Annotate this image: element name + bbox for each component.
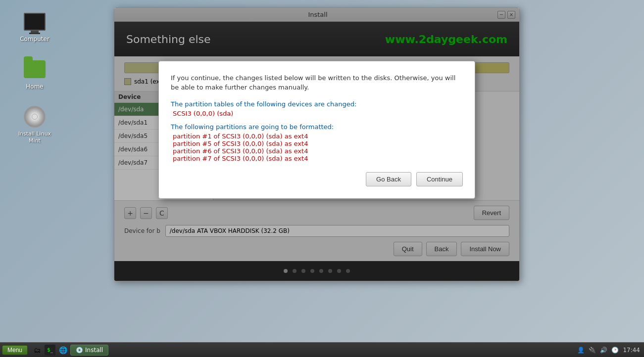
confirmation-dialog: If you continue, the changes listed belo… — [158, 61, 475, 199]
taskbar-menu-area[interactable]: Menu — [0, 343, 30, 357]
cd-icon — [23, 105, 47, 129]
dialog-partition-tables-device: SCSI3 (0,0,0) (sda) — [171, 110, 463, 117]
desktop-icon-computer[interactable]: Computer — [15, 10, 54, 43]
install-app-icon: 💿 — [76, 347, 83, 354]
taskbar-time: 17:44 — [623, 347, 640, 354]
installer-window: Install − × Something else www.2daygeek.… — [114, 7, 520, 281]
monitor-icon — [23, 10, 47, 34]
tray-volume-icon: 🔊 — [600, 347, 607, 354]
dialog-format-item-3: partition #6 of SCSI3 (0,0,0) (sda) as e… — [171, 147, 463, 155]
dialog-intro-text: If you continue, the changes listed belo… — [171, 73, 463, 92]
computer-icon-label: Computer — [20, 36, 50, 43]
dialog-format-item-4: partition #7 of SCSI3 (0,0,0) (sda) as e… — [171, 155, 463, 162]
tray-clock-icon: 🕑 — [611, 347, 619, 354]
dialog-overlay: If you continue, the changes listed belo… — [114, 8, 519, 281]
taskbar: Menu 🗂 $_ 🌐 💿 Install 👤 🔌 🔊 🕑 17:44 — [0, 342, 644, 357]
desktop-icon-home[interactable]: Home — [15, 57, 54, 90]
go-back-button[interactable]: Go Back — [366, 172, 411, 186]
folder-icon — [23, 57, 47, 81]
taskbar-install-app[interactable]: 💿 Install — [70, 345, 108, 356]
taskbar-quick-launch: 🗂 $_ 🌐 — [30, 345, 70, 356]
dialog-format-item-1: partition #1 of SCSI3 (0,0,0) (sda) as e… — [171, 133, 463, 140]
menu-button[interactable]: Menu — [2, 345, 28, 355]
install-app-label: Install — [85, 347, 103, 354]
dialog-partition-tables-title: The partition tables of the following de… — [171, 100, 463, 108]
desktop-icon-install-mint[interactable]: Install Linux Mint — [15, 105, 54, 145]
dialog-buttons: Go Back Continue — [171, 172, 463, 186]
taskbar-file-manager-icon[interactable]: 🗂 — [32, 345, 43, 356]
install-mint-icon-label: Install Linux Mint — [15, 131, 54, 145]
tray-user-icon: 👤 — [577, 347, 585, 354]
dialog-formatting-title: The following partitions are going to be… — [171, 123, 463, 131]
home-icon-label: Home — [26, 83, 43, 90]
desktop-icons: Computer Home Install Linux Mint — [15, 10, 54, 145]
continue-button[interactable]: Continue — [416, 172, 463, 186]
taskbar-right: 👤 🔌 🔊 🕑 17:44 — [573, 347, 644, 354]
taskbar-browser-icon[interactable]: 🌐 — [57, 345, 68, 356]
taskbar-terminal-icon[interactable]: $_ — [45, 345, 55, 356]
dialog-partition-tables-section: The partition tables of the following de… — [171, 100, 463, 117]
dialog-format-item-2: partition #5 of SCSI3 (0,0,0) (sda) as e… — [171, 140, 463, 147]
tray-network-icon: 🔌 — [589, 347, 596, 354]
dialog-formatting-section: The following partitions are going to be… — [171, 123, 463, 162]
